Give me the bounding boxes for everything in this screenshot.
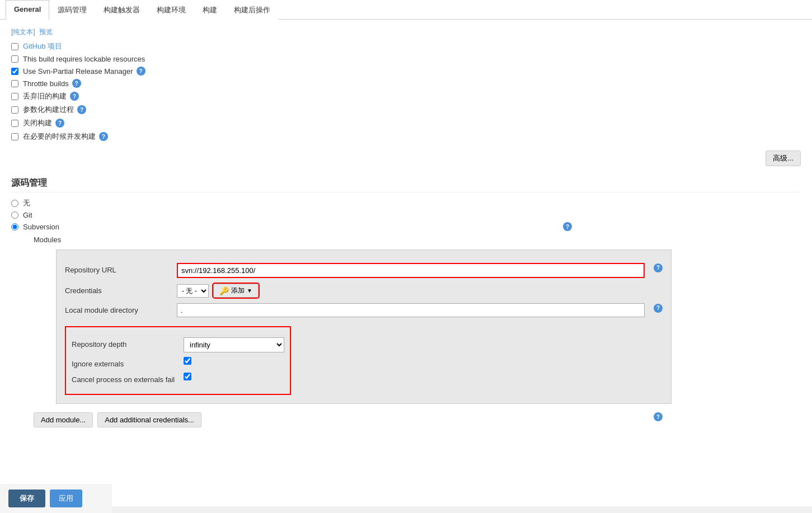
cancel-externals-label: Cancel process on externals fail <box>72 373 184 384</box>
checkbox-cb8[interactable] <box>11 133 18 140</box>
main-content: [纯文本] 预览 GitHub 项目This build requires lo… <box>0 20 812 506</box>
tab-env[interactable]: 构建环境 <box>148 0 194 20</box>
radio-r3[interactable] <box>11 223 18 230</box>
checkbox-row-1: This build requires lockable resources <box>11 55 801 63</box>
checkbox-row-2: Use Svn-Partial Release Manager? <box>11 67 801 76</box>
checkbox-label-cb5: 丢弃旧的构建 <box>23 91 67 101</box>
ignore-externals-row: Ignore externals <box>72 357 284 368</box>
radio-label-r3: Subversion <box>23 223 59 231</box>
checkbox-row-7: 在必要的时候并发构建? <box>11 131 801 142</box>
repository-url-help-icon[interactable]: ? <box>654 263 663 272</box>
help-icon-cb3[interactable]: ? <box>137 67 145 76</box>
advanced-button[interactable]: 高级... <box>766 150 801 166</box>
checkbox-label-cb7: 关闭构建 <box>23 118 52 128</box>
checkbox-cb3[interactable] <box>11 68 18 75</box>
tab-build[interactable]: 构建 <box>194 0 226 20</box>
cancel-externals-control <box>184 373 284 382</box>
checkbox-label-cb6: 参数化构建过程 <box>23 105 74 115</box>
add-additional-credentials-button[interactable]: Add additional credentials... <box>97 412 201 427</box>
radio-r2[interactable] <box>11 211 18 219</box>
checkbox-row-6: 关闭构建? <box>11 118 801 128</box>
tab-post[interactable]: 构建后操作 <box>226 0 279 20</box>
checkbox-row-4: 丢弃旧的构建? <box>11 91 801 101</box>
checkbox-label-cb3: Use Svn-Partial Release Manager <box>23 67 133 76</box>
modules-container: Repository URL ? Credentials <box>56 250 672 404</box>
checkbox-cb2[interactable] <box>11 55 18 63</box>
module-buttons: Add module... Add additional credentials… <box>34 412 672 427</box>
preview-link[interactable]: 预览 <box>39 28 53 36</box>
repository-depth-control: infinity empty files immediates <box>184 337 284 352</box>
help-icon-cb4[interactable]: ? <box>72 79 81 88</box>
credentials-control: - 无 - 🔑 添加 ▼ <box>177 284 663 298</box>
radio-row-2: Subversion? <box>11 222 801 231</box>
action-bar: 保存 应用 <box>0 484 112 506</box>
add-creds-help-icon[interactable]: ? <box>654 412 663 421</box>
repository-url-control <box>177 263 645 278</box>
radio-label-r2: Git <box>23 211 32 219</box>
checkbox-label-cb1: GitHub 项目 <box>23 41 62 51</box>
checkbox-cb1[interactable] <box>11 43 18 50</box>
local-module-dir-control <box>177 303 645 317</box>
repository-depth-select[interactable]: infinity empty files immediates <box>184 337 284 352</box>
checkbox-row-0: GitHub 项目 <box>11 41 801 51</box>
checkbox-list: GitHub 项目This build requires lockable re… <box>11 41 801 142</box>
ignore-externals-label: Ignore externals <box>72 357 184 368</box>
local-module-dir-row: Local module directory ? <box>65 303 663 317</box>
ignore-externals-control <box>184 357 284 366</box>
help-icon-cb6[interactable]: ? <box>77 105 86 114</box>
checkbox-row-3: Throttle builds? <box>11 79 801 88</box>
tab-source[interactable]: 源码管理 <box>49 0 95 20</box>
checkbox-cb7[interactable] <box>11 120 18 127</box>
apply-button[interactable]: 应用 <box>50 490 82 506</box>
tab-bar: General 源码管理 构建触发器 构建环境 构建 构建后操作 <box>0 0 812 20</box>
repository-depth-label: Repository depth <box>72 337 184 349</box>
help-icon-cb5[interactable]: ? <box>70 92 79 101</box>
source-section-title: 源码管理 <box>11 177 801 192</box>
credentials-select[interactable]: - 无 - <box>177 284 209 298</box>
repository-url-input[interactable] <box>177 263 645 278</box>
radio-r1[interactable] <box>11 200 18 207</box>
ignore-externals-checkbox[interactable] <box>184 357 191 365</box>
checkbox-cb4[interactable] <box>11 80 18 87</box>
red-outline-section: Repository depth infinity empty files im… <box>65 326 291 395</box>
dropdown-arrow-icon: ▼ <box>247 288 252 294</box>
checkbox-label-cb4: Throttle builds <box>23 79 69 88</box>
help-icon-cb8[interactable]: ? <box>99 132 108 141</box>
local-module-dir-input[interactable] <box>177 303 645 317</box>
checkbox-cb5[interactable] <box>11 93 18 100</box>
credentials-label: Credentials <box>65 284 177 295</box>
scm-radio-group: 无GitSubversion? <box>11 198 801 231</box>
radio-row-0: 无 <box>11 198 801 208</box>
add-module-button[interactable]: Add module... <box>34 412 93 427</box>
checkbox-label-cb2: This build requires lockable resources <box>23 55 145 63</box>
add-credentials-button[interactable]: 🔑 添加 ▼ <box>213 284 259 298</box>
key-icon: 🔑 <box>219 286 229 295</box>
subversion-help-icon[interactable]: ? <box>563 222 572 231</box>
save-button[interactable]: 保存 <box>8 490 45 506</box>
checkbox-cb6[interactable] <box>11 106 18 114</box>
local-module-dir-label: Local module directory <box>65 303 177 314</box>
radio-label-r1: 无 <box>23 198 30 208</box>
checkbox-label-cb8: 在必要的时候并发构建 <box>23 131 96 142</box>
tab-general[interactable]: General <box>6 0 49 20</box>
local-module-dir-help-icon[interactable]: ? <box>654 304 663 313</box>
tab-trigger[interactable]: 构建触发器 <box>95 0 148 20</box>
repository-depth-row: Repository depth infinity empty files im… <box>72 337 284 352</box>
repository-url-row: Repository URL ? <box>65 263 663 278</box>
modules-label: Modules <box>34 236 672 244</box>
credentials-row: Credentials - 无 - 🔑 添加 ▼ <box>65 284 663 298</box>
checkbox-row-5: 参数化构建过程? <box>11 105 801 115</box>
help-icon-cb7[interactable]: ? <box>55 119 64 128</box>
radio-row-1: Git <box>11 211 801 219</box>
cancel-externals-checkbox[interactable] <box>184 373 191 380</box>
cancel-externals-row: Cancel process on externals fail <box>72 373 284 384</box>
repository-url-label: Repository URL <box>65 263 177 274</box>
plain-text-link[interactable]: [纯文本] <box>11 28 35 36</box>
add-btn-label: 添加 <box>231 286 245 295</box>
